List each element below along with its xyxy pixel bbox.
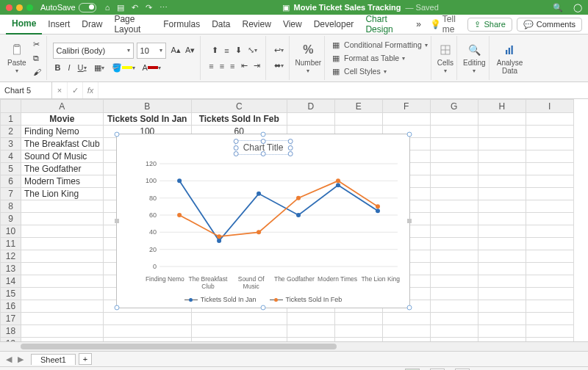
decrease-indent-button[interactable]: ⇤ bbox=[239, 59, 250, 72]
autosave-switch[interactable] bbox=[79, 3, 96, 12]
tab-data[interactable]: Data bbox=[206, 15, 236, 34]
decrease-font-button[interactable]: A▾ bbox=[183, 44, 197, 57]
cell-styles-button[interactable]: ▦Cell Styles ▾ bbox=[331, 65, 387, 77]
svg-point-38 bbox=[257, 230, 261, 234]
cells-button[interactable]: Cells▾ bbox=[437, 42, 453, 74]
tab-review[interactable]: Review bbox=[237, 15, 277, 34]
tellme-label[interactable]: Tell me bbox=[442, 14, 464, 35]
tab-insert[interactable]: Insert bbox=[42, 15, 76, 34]
align-left-button[interactable]: ≡ bbox=[207, 59, 215, 72]
format-as-table-button[interactable]: ▦Format as Table ▾ bbox=[331, 52, 405, 64]
user-icon[interactable]: ◯ bbox=[573, 3, 582, 12]
tab-developer[interactable]: Developer bbox=[308, 15, 360, 34]
styles-group: ▦Conditional Formatting ▾ ▦Format as Tab… bbox=[328, 36, 431, 80]
tellme-icon[interactable]: 💡 bbox=[430, 19, 441, 29]
more-icon[interactable]: ⋯ bbox=[159, 3, 168, 12]
font-size-select[interactable]: 10▾ bbox=[137, 43, 166, 59]
comments-button[interactable]: 💬Comments bbox=[517, 18, 582, 32]
close-icon[interactable] bbox=[6, 4, 12, 11]
quick-access-toolbar: ⌂ ▤ ↶ ↷ ⋯ bbox=[105, 3, 168, 12]
format-painter-button[interactable]: 🖌 bbox=[31, 66, 43, 78]
home-icon[interactable]: ⌂ bbox=[105, 3, 110, 12]
tab-chart-design[interactable]: Chart Design bbox=[359, 15, 410, 34]
fx-button[interactable]: fx bbox=[83, 82, 98, 98]
increase-indent-button[interactable]: ⇥ bbox=[251, 59, 262, 72]
analyse-data-button[interactable]: Analyse Data bbox=[495, 42, 525, 75]
saved-label: — Saved bbox=[406, 3, 439, 12]
chart-plot-area[interactable]: 020406080100120 bbox=[143, 161, 402, 269]
embedded-chart[interactable]: Chart Title 020406080100120 Finding Nemo… bbox=[116, 134, 410, 308]
paste-icon bbox=[9, 42, 25, 58]
zoom-icon[interactable] bbox=[26, 4, 33, 11]
autosave-toggle[interactable]: AutoSave bbox=[40, 3, 96, 12]
editing-group: 🔍 Editing▾ bbox=[460, 36, 490, 80]
increase-font-button[interactable]: A▴ bbox=[169, 44, 183, 57]
sheet-nav-next[interactable]: ▶ bbox=[15, 355, 26, 364]
svg-point-33 bbox=[296, 213, 301, 217]
merge-button[interactable]: ⬌▾ bbox=[272, 59, 286, 72]
share-button[interactable]: ⇪Share bbox=[467, 18, 512, 32]
font-name-select[interactable]: Calibri (Body)▾ bbox=[53, 43, 134, 59]
conditional-formatting-button[interactable]: ▦Conditional Formatting ▾ bbox=[331, 39, 428, 51]
tab-home[interactable]: Home bbox=[6, 14, 42, 35]
undo-icon[interactable]: ↶ bbox=[132, 3, 138, 12]
add-sheet-button[interactable]: + bbox=[79, 353, 92, 365]
number-group: % Number ▾ bbox=[293, 36, 326, 80]
align-bottom-button[interactable]: ⬇ bbox=[233, 44, 244, 57]
wrap-text-button[interactable]: ↩▾ bbox=[272, 44, 286, 57]
orientation-button[interactable]: ⤡▾ bbox=[245, 44, 259, 57]
copy-button[interactable]: ⧉ bbox=[31, 52, 43, 65]
svg-point-31 bbox=[217, 239, 221, 243]
formula-bar: Chart 5 × ✓ fx bbox=[0, 82, 588, 99]
status-bar: Ready Average: 68.33333333 Count: 21 Sum… bbox=[0, 366, 588, 370]
editing-button[interactable]: 🔍 Editing▾ bbox=[463, 42, 486, 74]
cancel-formula-button[interactable]: × bbox=[52, 82, 68, 98]
tab-formulas[interactable]: Formulas bbox=[157, 15, 206, 34]
search-icon[interactable]: 🔍 bbox=[553, 3, 563, 12]
underline-button[interactable]: U ▾ bbox=[76, 62, 89, 73]
autosave-label: AutoSave bbox=[40, 3, 76, 12]
minimize-icon[interactable] bbox=[16, 4, 23, 11]
italic-button[interactable]: I bbox=[66, 62, 73, 73]
window-controls[interactable] bbox=[6, 4, 33, 11]
svg-point-34 bbox=[336, 183, 340, 187]
align-top-button[interactable]: ⬆ bbox=[209, 44, 220, 57]
sheet-nav-prev[interactable]: ◀ bbox=[3, 355, 15, 364]
accept-formula-button[interactable]: ✓ bbox=[68, 82, 83, 98]
tab-view[interactable]: View bbox=[277, 15, 308, 34]
legend-item-2[interactable]: Tickets Sold In Feb bbox=[270, 296, 343, 303]
redo-icon[interactable]: ↷ bbox=[146, 3, 152, 12]
tab-overflow[interactable]: » bbox=[410, 15, 427, 34]
share-icon: ⇪ bbox=[474, 20, 481, 29]
paste-button[interactable]: Paste ▾ bbox=[7, 42, 26, 74]
horizontal-scrollbar[interactable] bbox=[0, 341, 588, 351]
cells-icon bbox=[437, 42, 453, 58]
app-icon: ▣ bbox=[282, 3, 290, 12]
save-icon[interactable]: ▤ bbox=[117, 3, 124, 12]
comments-icon: 💬 bbox=[523, 20, 534, 29]
worksheet-grid[interactable]: ABCDEFGHI1MovieTickets Sold In JanTicket… bbox=[0, 99, 588, 341]
number-format-button[interactable]: % Number ▾ bbox=[295, 42, 322, 74]
align-center-button[interactable]: ≡ bbox=[218, 59, 226, 72]
font-color-button[interactable]: A▾ bbox=[140, 62, 163, 73]
bold-button[interactable]: B bbox=[53, 62, 63, 73]
sheet-tab-active[interactable]: Sheet1 bbox=[31, 354, 76, 365]
cut-button[interactable]: ✂ bbox=[31, 38, 43, 51]
editing-icon: 🔍 bbox=[466, 42, 482, 58]
tab-draw[interactable]: Draw bbox=[76, 15, 108, 34]
chart-title[interactable]: Chart Title bbox=[235, 140, 292, 155]
chart-legend[interactable]: Tickets Sold In Jan Tickets Sold In Feb bbox=[117, 296, 409, 303]
name-box[interactable]: Chart 5 bbox=[0, 82, 52, 98]
ribbon: Paste ▾ ✂ ⧉ 🖌 Calibri (Body)▾ 10▾ A▴ A▾ … bbox=[0, 35, 588, 82]
align-middle-button[interactable]: ≡ bbox=[222, 44, 231, 57]
svg-rect-6 bbox=[508, 48, 509, 54]
borders-button[interactable]: ▦ ▾ bbox=[92, 62, 107, 74]
svg-point-40 bbox=[336, 178, 340, 183]
fill-color-button[interactable]: 🪣▾ bbox=[110, 62, 137, 74]
legend-item-1[interactable]: Tickets Sold In Jan bbox=[184, 296, 257, 303]
percent-icon: % bbox=[300, 42, 316, 58]
svg-text:20: 20 bbox=[149, 246, 157, 253]
align-right-button[interactable]: ≡ bbox=[228, 59, 237, 72]
cells-group: Cells▾ bbox=[434, 36, 457, 80]
tab-page-layout[interactable]: Page Layout bbox=[108, 15, 157, 34]
